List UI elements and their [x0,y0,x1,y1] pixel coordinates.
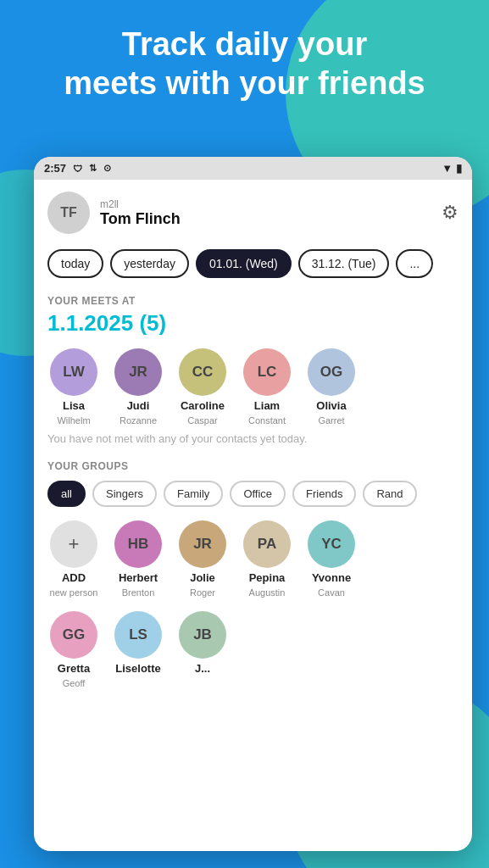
group-chip[interactable]: all [47,481,86,507]
people-row-1: + ADD new person HB Herbert Brenton JR J… [47,520,458,598]
person-item[interactable]: + ADD new person [47,520,100,598]
contact-lastname: Wilhelm [57,415,90,426]
user-info: m2ll Tom Flinch [100,198,181,228]
contact-avatar: LC [243,348,291,396]
group-chip[interactable]: Singers [92,481,157,507]
hero-line1: Track daily your [25,25,464,64]
person-name: Pepina [249,571,286,584]
user-name: Tom Flinch [100,210,181,228]
person-last: Roger [190,587,215,598]
contact-avatar: CC [179,348,226,396]
contact-lastname: Rozanne [119,415,157,426]
status-right: ▼ ▮ [442,162,462,175]
contact-item[interactable]: JR Judi Rozanne [112,348,164,426]
person-item[interactable]: YC Yvonne Cavan [305,520,358,598]
person-item[interactable]: LS Liselotte [112,611,164,688]
date-chip[interactable]: yesterday [110,249,189,278]
contact-name: Caroline [181,399,225,412]
wifi-icon: ▼ [442,162,453,175]
transfer-icon: ⇅ [89,163,97,174]
person-avatar: LS [114,611,162,659]
person-avatar: JB [179,611,226,659]
date-chip[interactable]: ... [396,249,433,278]
person-avatar: YC [308,520,355,568]
status-bar: 2:57 🛡 ⇅ ⊙ ▼ ▮ [34,157,472,180]
person-item[interactable]: PA Pepina Augustin [241,520,293,598]
person-last: Cavan [318,587,345,598]
person-last: Augustin [249,587,286,598]
person-name: Herbert [119,571,158,584]
contact-lastname: Caspar [187,415,217,426]
hero-line2: meets with your friends [25,64,464,103]
gear-icon: ⚙ [442,202,458,223]
app-content: TF m2ll Tom Flinch ⚙ todayyesterday01.01… [34,180,472,847]
shield-icon: 🛡 [73,164,82,174]
person-last: new person [50,587,98,598]
person-avatar: HB [114,520,162,568]
contact-name: Lisa [63,399,85,412]
contact-avatar: LW [50,348,97,396]
person-item[interactable]: JR Jolie Roger [176,520,229,598]
contact-name: Judi [127,399,150,412]
person-item[interactable]: GG Gretta Geoff [47,611,100,688]
person-name: Gretta [58,662,90,675]
person-avatar: GG [50,611,97,659]
groups-row: allSingersFamilyOfficeFriendsRand [47,481,458,507]
person-name: Jolie [190,571,215,584]
person-name: Liselotte [115,662,160,675]
contact-avatar: OG [308,348,355,396]
contact-lastname: Garret [318,415,344,426]
group-chip[interactable]: Friends [292,481,356,507]
group-chip[interactable]: Rand [363,481,416,507]
person-item[interactable]: HB Herbert Brenton [112,520,164,598]
date-chip[interactable]: 31.12. (Tue) [298,249,390,278]
group-chip[interactable]: Office [230,481,286,507]
settings-button[interactable]: ⚙ [442,202,458,224]
status-time: 2:57 [44,162,66,175]
contact-item[interactable]: LW Lisa Wilhelm [47,348,100,426]
contact-lastname: Constant [248,415,286,426]
people-row-2: GG Gretta Geoff LS Liselotte JB J... [47,611,458,688]
contact-name: Liam [254,399,280,412]
person-avatar: JR [179,520,226,568]
contact-item[interactable]: OG Olivia Garret [305,348,358,426]
person-name: Yvonne [312,571,351,584]
person-avatar: PA [243,520,291,568]
no-meets-text: You have not met with any of your contac… [47,432,458,445]
hero-text: Track daily your meets with your friends [0,25,489,103]
meets-section-label: YOUR MEETS AT [47,295,458,307]
contact-item[interactable]: LC Liam Constant [241,348,293,426]
status-left: 2:57 🛡 ⇅ ⊙ [44,162,111,175]
header: TF m2ll Tom Flinch ⚙ [47,192,458,234]
contact-name: Olivia [316,399,346,412]
clock-icon: ⊙ [103,163,111,174]
person-name: J... [195,662,210,675]
app-name: m2ll [100,198,181,210]
groups-label: YOUR GROUPS [47,460,458,472]
add-person-button[interactable]: + [50,520,97,568]
person-item[interactable]: JB J... [176,611,229,688]
header-left: TF m2ll Tom Flinch [47,192,181,234]
contacts-row: LW Lisa Wilhelm JR Judi Rozanne CC Carol… [47,348,458,426]
contact-item[interactable]: CC Caroline Caspar [176,348,229,426]
person-name: ADD [62,571,86,584]
person-last: Brenton [122,587,155,598]
date-chip[interactable]: 01.01. (Wed) [196,249,292,278]
date-filters: todayyesterday01.01. (Wed)31.12. (Tue)..… [47,249,458,278]
date-chip[interactable]: today [47,249,103,278]
signal-icon: ▮ [456,162,462,175]
person-last: Geoff [63,678,86,688]
user-avatar: TF [47,192,90,234]
phone-frame: 2:57 🛡 ⇅ ⊙ ▼ ▮ TF m2ll Tom Flinch ⚙ [34,157,472,851]
meets-date: 1.1.2025 (5) [47,310,458,337]
contact-avatar: JR [114,348,162,396]
group-chip[interactable]: Family [164,481,223,507]
